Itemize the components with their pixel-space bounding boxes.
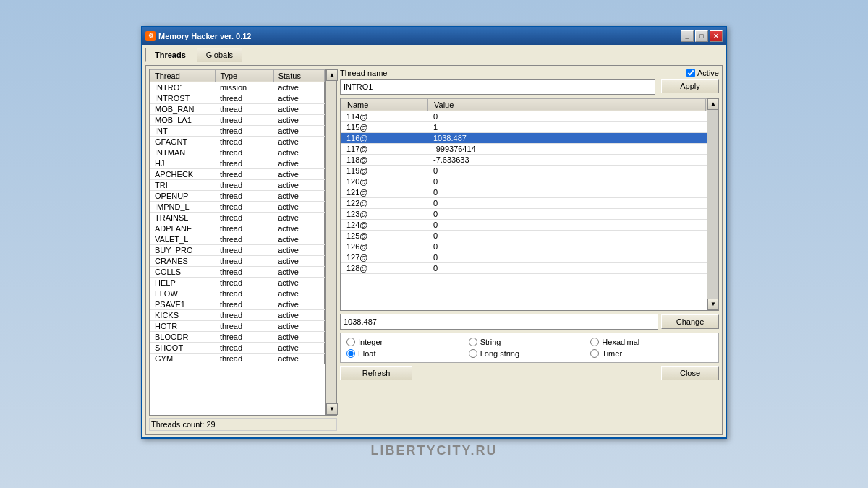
value-change-row: Change (340, 314, 719, 330)
nv-scroll-down[interactable]: ▼ (707, 299, 719, 310)
name-value-row[interactable]: 121@ 0 (341, 187, 718, 197)
thread-status-cell: active (273, 147, 324, 158)
thread-row[interactable]: INTRO1 mission active (150, 82, 325, 93)
thread-name-cell: GYM (150, 353, 216, 364)
name-value-row[interactable]: 122@ 0 (341, 197, 718, 208)
radio-longstring-label: Long string (480, 349, 519, 358)
thread-row[interactable]: GFAGNT thread active (150, 136, 325, 147)
thread-type-cell: thread (216, 125, 273, 136)
radio-longstring-input[interactable] (469, 349, 477, 358)
name-value-row[interactable]: 118@ -7.633633 (341, 154, 718, 165)
nv-scroll-up[interactable]: ▲ (707, 98, 719, 110)
name-value-row[interactable]: 119@ 0 (341, 165, 718, 176)
thread-name-cell: INTROST (150, 93, 216, 103)
thread-status-cell: active (273, 93, 324, 103)
nv-value-cell: 0 (427, 187, 718, 197)
close-button[interactable]: Close (661, 366, 719, 380)
nv-name-cell: 115@ (341, 121, 427, 132)
thread-row[interactable]: HELP thread active (150, 277, 325, 288)
tab-threads[interactable]: Threads (145, 48, 195, 62)
col-type: Type (216, 69, 273, 82)
refresh-button[interactable]: Refresh (340, 366, 412, 380)
thread-row[interactable]: TRI thread active (150, 179, 325, 190)
name-value-row[interactable]: 125@ 0 (341, 230, 718, 241)
thread-row[interactable]: COLLS thread active (150, 266, 325, 277)
thread-row[interactable]: KICKS thread active (150, 309, 325, 320)
thread-row[interactable]: INTMAN thread active (150, 147, 325, 158)
radio-col-2: String Long string (469, 338, 591, 358)
active-checkbox[interactable] (686, 69, 695, 77)
maximize-button[interactable]: □ (695, 30, 708, 42)
nv-value-cell: 0 (427, 165, 718, 176)
thread-name-cell: COLLS (150, 266, 216, 277)
name-value-row[interactable]: 116@ 1038.487 (341, 132, 718, 143)
name-value-row[interactable]: 124@ 0 (341, 219, 718, 230)
scroll-down-button[interactable]: ▼ (326, 403, 338, 415)
titlebar: ⚙ Memory Hacker ver. 0.12 _ □ ✕ (142, 27, 726, 45)
name-value-row[interactable]: 126@ 0 (341, 241, 718, 252)
thread-row[interactable]: INT thread active (150, 125, 325, 136)
thread-row[interactable]: ADPLANE thread active (150, 223, 325, 234)
watermark: LibertyCity.ru (366, 439, 501, 463)
thread-row[interactable]: VALET_L thread active (150, 234, 325, 244)
thread-name-cell: INTRO1 (150, 82, 216, 93)
scroll-up-button[interactable]: ▲ (326, 69, 338, 81)
nv-value-cell: 0 (427, 252, 718, 262)
tab-globals[interactable]: Globals (197, 48, 242, 62)
apply-button[interactable]: Apply (661, 79, 719, 93)
thread-name-input[interactable] (340, 79, 655, 95)
thread-row[interactable]: IMPND_L thread active (150, 201, 325, 212)
thread-status-cell: active (273, 201, 324, 212)
thread-type-cell: thread (216, 223, 273, 234)
active-section: Active Apply (661, 69, 719, 93)
thread-row[interactable]: PSAVE1 thread active (150, 299, 325, 309)
nv-value-cell: -999376414 (427, 143, 718, 154)
thread-row[interactable]: TRAINSL thread active (150, 212, 325, 223)
thread-row[interactable]: HOTR thread active (150, 320, 325, 331)
thread-row[interactable]: BLOODR thread active (150, 331, 325, 342)
thread-type-cell: thread (216, 277, 273, 288)
name-value-row[interactable]: 128@ 0 (341, 262, 718, 273)
change-button[interactable]: Change (661, 314, 719, 329)
thread-name-cell: HJ (150, 158, 216, 168)
thread-row[interactable]: CRANES thread active (150, 255, 325, 266)
thread-row[interactable]: SHOOT thread active (150, 342, 325, 353)
radio-string-input[interactable] (469, 338, 477, 346)
radio-timer-label: Timer (602, 349, 622, 358)
thread-row[interactable]: FLOW thread active (150, 288, 325, 299)
minimize-button[interactable]: _ (681, 30, 694, 42)
thread-row[interactable]: HJ thread active (150, 158, 325, 168)
col-value: Value (428, 98, 706, 111)
name-value-row[interactable]: 114@ 0 (341, 111, 718, 122)
thread-row[interactable]: OPENUP thread active (150, 190, 325, 201)
thread-row[interactable]: MOB_LA1 thread active (150, 114, 325, 125)
thread-status-cell: active (273, 320, 324, 331)
thread-name-cell: APCHECK (150, 168, 216, 179)
thread-row[interactable]: INTROST thread active (150, 93, 325, 103)
radio-integer-input[interactable] (346, 338, 355, 346)
nv-name-cell: 119@ (341, 165, 427, 176)
thread-row[interactable]: GYM thread active (150, 353, 325, 364)
thread-row[interactable]: MOB_RAN thread active (150, 103, 325, 114)
thread-row[interactable]: BUY_PRO thread active (150, 244, 325, 255)
close-window-button[interactable]: ✕ (710, 30, 723, 42)
radio-longstring: Long string (469, 349, 591, 358)
nv-value-cell: 0 (427, 219, 718, 230)
thread-status-cell: active (273, 266, 324, 277)
radio-hexadimal-input[interactable] (590, 338, 599, 346)
titlebar-left: ⚙ Memory Hacker ver. 0.12 (145, 31, 251, 41)
nv-scrollbar: ▲ ▼ (707, 98, 718, 310)
thread-row[interactable]: APCHECK thread active (150, 168, 325, 179)
name-value-row[interactable]: 120@ 0 (341, 176, 718, 187)
radio-timer-input[interactable] (590, 349, 599, 358)
name-value-container[interactable]: 114@ 0 115@ 1 116@ 1038.487 117@ -999376… (341, 111, 718, 310)
radio-float-input[interactable] (346, 349, 355, 358)
thread-table-container[interactable]: Thread Type Status INTRO1 mission active… (149, 69, 326, 416)
name-value-row[interactable]: 115@ 1 (341, 121, 718, 132)
radio-string: String (469, 338, 591, 346)
name-value-row[interactable]: 127@ 0 (341, 252, 718, 262)
name-value-row[interactable]: 123@ 0 (341, 208, 718, 219)
nv-name-cell: 121@ (341, 187, 427, 197)
name-value-row[interactable]: 117@ -999376414 (341, 143, 718, 154)
value-input[interactable] (340, 314, 658, 330)
